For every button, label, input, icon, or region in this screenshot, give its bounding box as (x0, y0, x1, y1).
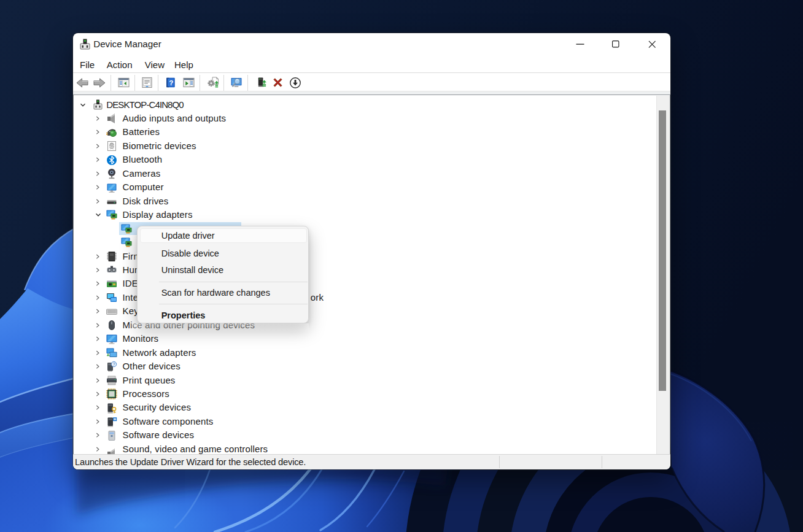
svg-text:?: ? (113, 362, 115, 368)
svg-text:?: ? (169, 79, 174, 87)
